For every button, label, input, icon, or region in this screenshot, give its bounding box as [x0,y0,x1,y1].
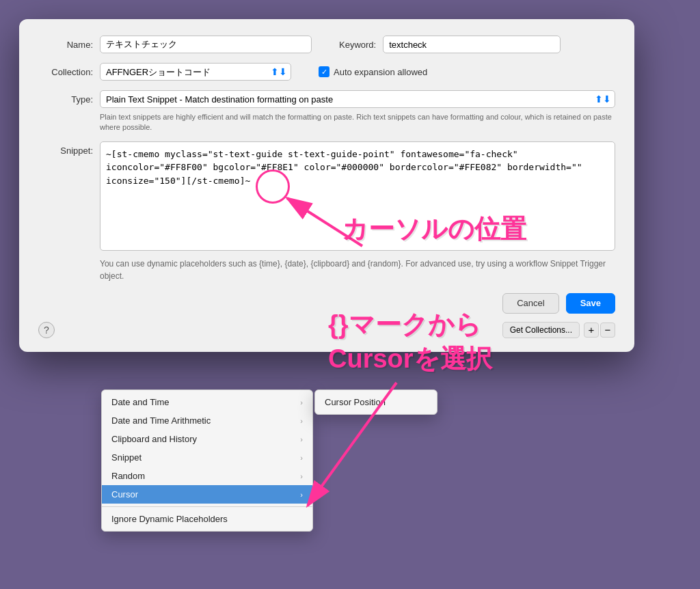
name-input[interactable] [100,36,312,53]
type-select[interactable]: Plain Text Snippet - Match destination f… [100,90,615,108]
snippet-label: Snippet: [38,141,93,156]
date-time-arrow-icon: › [300,398,303,407]
plus-minus-group: + − [584,323,615,338]
auto-expansion-checkbox[interactable]: ✓ [319,66,329,77]
bottom-bar: ? Get Collections... + − [38,322,615,338]
keyword-input[interactable] [383,36,561,53]
collection-row: Collection: AFFNGERショートコード ⬆⬇ ✓ Auto exp… [38,63,615,81]
date-time-arithmetic-arrow-icon: › [300,417,303,425]
menu-item-snippet[interactable]: Snippet › [102,448,312,467]
type-label: Type: [38,94,93,105]
menu-item-snippet-label: Snippet [111,452,142,463]
snippet-dialog: Name: Keyword: Collection: AFFNGERショートコー… [19,19,634,352]
keyword-group: Keyword: [339,36,561,53]
menu-item-clipboard-history[interactable]: Clipboard and History › [102,430,312,448]
random-arrow-icon: › [300,472,303,480]
add-button[interactable]: + [584,323,599,338]
snippet-textarea[interactable]: ~[st-cmemo myclass="st-text-guide st-tex… [100,141,615,251]
dialog-footer: Cancel Save [38,293,615,314]
menu-item-date-time[interactable]: Date and Time › [102,393,312,411]
menu-separator [102,506,312,507]
help-button[interactable]: ? [38,322,55,338]
menu-item-ignore-label: Ignore Dynamic Placeholders [111,514,228,524]
menu-item-date-time-arithmetic[interactable]: Date and Time Arithmetic › [102,411,312,430]
collection-select[interactable]: AFFNGERショートコード [100,63,291,81]
save-button[interactable]: Save [566,293,615,314]
submenu-item-cursor-position[interactable]: Cursor Position [315,393,437,411]
snippet-arrow-icon: › [300,454,303,462]
collection-select-wrapper: AFFNGERショートコード ⬆⬇ [100,63,291,81]
menu-item-date-time-arithmetic-label: Date and Time Arithmetic [111,415,211,426]
menu-item-random[interactable]: Random › [102,467,312,485]
menu-item-cursor-label: Cursor [111,489,138,499]
cursor-arrow-icon: › [300,491,303,499]
keyword-label: Keyword: [339,40,376,50]
cursor-position-label: Cursor Position [325,397,386,407]
type-row: Type: Plain Text Snippet - Match destina… [38,90,615,108]
menu-item-cursor[interactable]: Cursor › [102,485,312,504]
context-menu: Date and Time › Date and Time Arithmetic… [101,389,313,532]
clipboard-arrow-icon: › [300,435,303,443]
menu-item-random-label: Random [111,471,145,481]
auto-expansion-group: ✓ Auto expansion allowed [319,66,427,77]
placeholder-hint: You can use dynamic placeholders such as… [100,258,615,282]
auto-expansion-label: Auto expansion allowed [334,67,427,77]
name-row: Name: Keyword: [38,36,615,53]
type-description: Plain text snippets are highly efficient… [100,112,615,133]
name-label: Name: [38,40,93,50]
menu-item-date-time-label: Date and Time [111,397,170,407]
menu-item-clipboard-history-label: Clipboard and History [111,434,197,444]
cursor-submenu: Cursor Position [314,389,438,415]
cancel-button[interactable]: Cancel [502,293,558,314]
type-select-wrapper: Plain Text Snippet - Match destination f… [100,90,615,108]
get-collections-button[interactable]: Get Collections... [502,322,580,338]
menu-item-ignore[interactable]: Ignore Dynamic Placeholders [102,510,312,528]
snippet-row: Snippet: ~[st-cmemo myclass="st-text-gui… [38,141,615,251]
remove-button[interactable]: − [600,323,615,338]
collection-label: Collection: [38,67,93,77]
